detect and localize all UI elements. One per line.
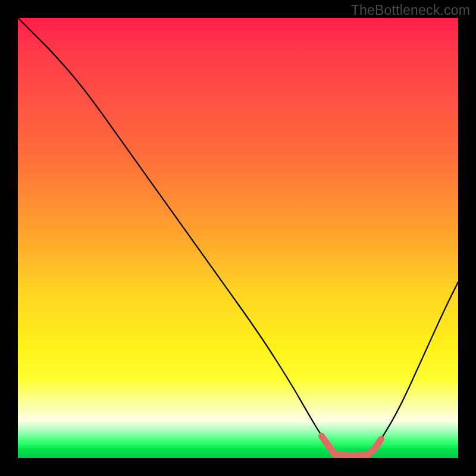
bottleneck-curve: [18, 18, 458, 456]
watermark-text: TheBottleneck.com: [351, 2, 470, 18]
plot-area: [18, 18, 458, 458]
optimal-range-highlight: [322, 436, 381, 456]
chart-frame: TheBottleneck.com: [0, 0, 476, 476]
curve-layer: [18, 18, 458, 458]
